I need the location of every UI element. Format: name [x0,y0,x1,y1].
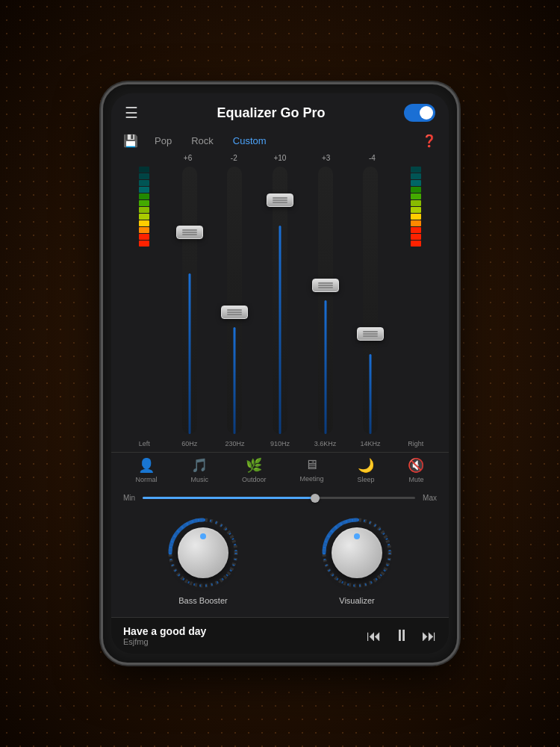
track-title: Have a good day [123,625,367,637]
label-3k6hz: 3.6KHz [311,440,340,447]
eq-val-910hz: +10 [265,154,295,162]
fader-14khz[interactable] [348,164,393,437]
fader-60hz[interactable] [167,164,213,437]
tablet-device: ☰ Equalizer Go Pro 💾 Pop Rock Custom ❓ +… [101,82,459,665]
eq-val-230hz: -2 [219,154,249,162]
fader-handle-60hz[interactable] [176,226,203,239]
fader-910hz[interactable] [258,164,303,437]
fader-handle-910hz[interactable] [267,193,293,207]
now-playing-bar: Have a good day Esjfmg ⏮ ⏸ ⏭ [111,617,449,654]
faders-container [119,164,441,437]
normal-label: Normal [135,476,157,483]
sound-mode-music[interactable]: 🎵 Music [190,457,208,483]
fader-track-230hz[interactable] [227,167,242,434]
fader-handle-230hz[interactable] [221,306,248,319]
next-button[interactable]: ⏭ [422,627,437,645]
preset-tabs-bar: 💾 Pop Rock Custom ❓ [111,129,449,152]
visualizer-knob-wrapper: Visualizer [320,515,394,605]
sound-mode-normal[interactable]: 👤 Normal [135,457,157,483]
label-14khz: 14KHz [355,440,385,447]
track-artist: Esjfmg [123,637,367,646]
eq-labels-row: Left 60Hz 230Hz 910Hz 3.6KHz 14KHz Right [119,437,441,452]
visualizer-dot [354,533,360,539]
mute-icon: 🔇 [408,457,424,474]
sound-modes-bar: 👤 Normal 🎵 Music 🌿 Outdoor 🖥 Meeting 🌙 S… [111,452,449,488]
prev-button[interactable]: ⏮ [367,627,382,645]
label-left: Left [129,440,159,447]
bass-booster-knob-body[interactable] [178,527,228,578]
sleep-label: Sleep [357,476,374,483]
label-right: Right [401,440,431,447]
preset-tab-rock[interactable]: Rock [184,132,221,149]
visualizer-knob-body[interactable] [332,527,382,578]
eq-val-left [127,154,157,162]
preset-tab-custom[interactable]: Custom [225,132,274,149]
playback-controls: ⏮ ⏸ ⏭ [367,626,437,645]
track-info: Have a good day Esjfmg [123,625,367,646]
volume-min-label: Min [123,494,135,502]
vu-meter-left [139,167,149,247]
label-230hz: 230Hz [220,440,249,447]
preset-tab-pop[interactable]: Pop [147,132,179,149]
meeting-icon: 🖥 [305,457,318,473]
menu-icon[interactable]: ☰ [125,104,138,122]
label-60hz: 60Hz [175,440,205,447]
volume-row: Min Max [111,488,449,508]
music-label: Music [190,476,208,483]
app-title: Equalizer Go Pro [217,105,325,121]
outdoor-label: Outdoor [242,476,267,483]
fader-track-60hz[interactable] [182,167,197,434]
vu-meter-right [411,167,421,247]
eq-val-60hz: +6 [173,154,203,162]
fader-handle-3k6hz[interactable] [312,279,339,292]
app-header: ☰ Equalizer Go Pro [111,93,449,129]
bass-booster-knob[interactable] [166,515,240,590]
visualizer-knob[interactable] [320,515,394,590]
power-toggle[interactable] [404,104,435,122]
eq-val-3k6hz: +3 [311,154,341,162]
sound-mode-meeting[interactable]: 🖥 Meeting [299,457,323,483]
normal-icon: 👤 [138,457,155,474]
label-910hz: 910Hz [265,440,295,447]
sound-mode-sleep[interactable]: 🌙 Sleep [357,457,374,483]
save-preset-icon[interactable]: 💾 [123,134,138,148]
fader-230hz[interactable] [212,164,258,437]
mute-label: Mute [408,476,423,483]
eq-val-right [403,154,433,162]
fader-track-910hz[interactable] [273,167,287,434]
fader-right [393,164,438,437]
sleep-icon: 🌙 [358,457,374,474]
knobs-section: Bass Booster Visualizer [111,508,449,617]
bass-booster-dot [200,533,206,539]
meeting-label: Meeting [299,475,323,483]
fader-3k6hz[interactable] [302,164,348,437]
eq-faders-section: Left 60Hz 230Hz 910Hz 3.6KHz 14KHz Right [111,164,449,452]
help-icon[interactable]: ❓ [422,134,437,148]
eq-values-row: +6 -2 +10 +3 -4 [111,152,449,164]
fader-handle-14khz[interactable] [357,327,384,341]
play-pause-button[interactable]: ⏸ [393,626,410,645]
volume-slider[interactable] [143,497,415,499]
bass-booster-knob-wrapper: Bass Booster [166,515,240,605]
tablet-screen: ☰ Equalizer Go Pro 💾 Pop Rock Custom ❓ +… [111,93,449,654]
sound-mode-mute[interactable]: 🔇 Mute [408,457,424,483]
fader-track-14khz[interactable] [363,167,378,434]
music-icon: 🎵 [191,457,208,474]
bass-booster-label: Bass Booster [178,596,227,605]
volume-thumb[interactable] [311,494,320,503]
volume-max-label: Max [423,494,437,502]
fader-track-3k6hz[interactable] [318,167,333,434]
eq-val-14khz: -4 [357,154,387,162]
volume-fill [143,497,320,499]
sound-mode-outdoor[interactable]: 🌿 Outdoor [242,457,267,483]
fader-left [122,164,167,437]
visualizer-label: Visualizer [339,596,375,605]
outdoor-icon: 🌿 [246,457,262,474]
